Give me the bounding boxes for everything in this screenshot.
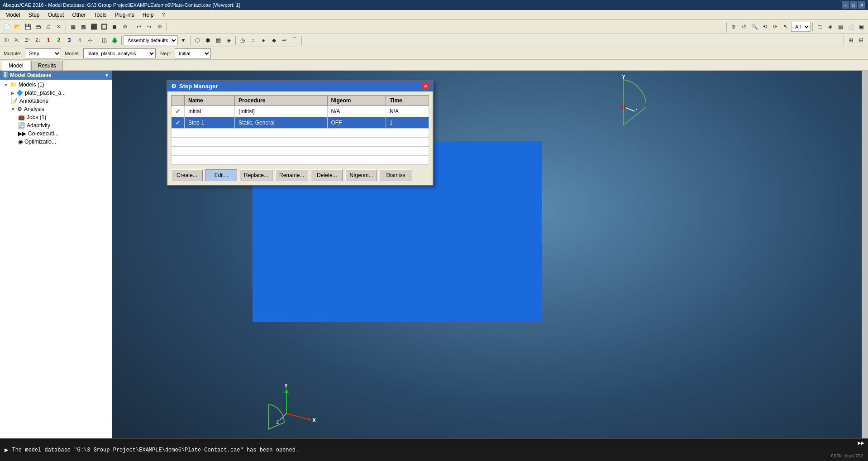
- sidebar-icon: 🗄: [3, 72, 8, 78]
- view3-btn[interactable]: 🔍: [749, 22, 759, 32]
- table-row-step1[interactable]: ✓ Step-1 Static, General OFF 1: [172, 117, 429, 129]
- sidebar-item-annotations[interactable]: 📝 Annotations: [0, 97, 112, 105]
- step-table: Name Procedure NIgeom Time ✓ Initial (In…: [171, 95, 429, 165]
- undo-btn[interactable]: ↩: [134, 22, 144, 32]
- 3d3-btn[interactable]: ▦: [213, 35, 223, 45]
- redo-btn[interactable]: ↪: [144, 22, 154, 32]
- arc-btn[interactable]: ◷: [238, 35, 248, 45]
- menu-output[interactable]: Output: [44, 11, 67, 19]
- arrow-btn[interactable]: ↩: [279, 35, 289, 45]
- curve-btn[interactable]: ⌒: [290, 35, 300, 45]
- tab-results[interactable]: Results: [31, 61, 63, 70]
- rename-button[interactable]: Rename...: [275, 169, 308, 181]
- toolbar-row-1: 📄 📂 💾 🗃 🖨 ✕ ▦ ▩ ⬛ 🔲 ◼ ⚙ ↩ ↪ ⚙ ⊕ ↺ 🔍 ⟲ ⟳ …: [0, 20, 868, 34]
- 3d4-btn[interactable]: ◈: [224, 35, 234, 45]
- sidebar-item-plate[interactable]: ▶ 🔷 plate_plastic_a...: [0, 89, 112, 97]
- render4-btn[interactable]: ⬜: [846, 22, 856, 32]
- sidebar-item-optimization[interactable]: ◉ Optimizatio...: [0, 138, 112, 146]
- render5-btn[interactable]: ▣: [856, 22, 866, 32]
- sidebar-item-adaptivity[interactable]: 🔄 Adaptivity: [0, 121, 112, 130]
- col-time: Time: [386, 96, 429, 106]
- tab-model[interactable]: Model: [2, 61, 30, 71]
- vp-btn[interactable]: ◫: [99, 35, 109, 45]
- sidebar-item-jobs[interactable]: 💼 Jobs (1): [0, 113, 112, 121]
- tools2-btn[interactable]: ⊟: [856, 35, 866, 45]
- num2-btn[interactable]: 2: [54, 35, 64, 45]
- create-button[interactable]: Create...: [171, 169, 203, 181]
- nigeom-button[interactable]: NIgeom...: [345, 169, 377, 181]
- cube3-btn[interactable]: ⬛: [89, 22, 99, 32]
- open-btn[interactable]: 📂: [12, 22, 22, 32]
- 3d2-btn[interactable]: ⬢: [203, 35, 213, 45]
- new-btn[interactable]: 📄: [2, 22, 12, 32]
- edit-button[interactable]: Edit...: [205, 169, 237, 181]
- settings-btn[interactable]: ⚙: [155, 22, 165, 32]
- assembly-icon-btn[interactable]: ▼: [178, 35, 188, 45]
- table-row-initial[interactable]: ✓ Initial (Initial) N/A N/A: [172, 106, 429, 117]
- gear-btn[interactable]: ⚙: [120, 22, 130, 32]
- menu-tools[interactable]: Tools: [90, 11, 110, 19]
- x2-btn[interactable]: X↓: [12, 35, 22, 45]
- sidebar-item-models[interactable]: ▼ 📁 Models (1): [0, 81, 112, 89]
- col-check: [172, 96, 185, 106]
- name-step1: Step-1: [185, 117, 235, 129]
- menu-model[interactable]: Model: [2, 11, 24, 19]
- maximize-button[interactable]: □: [850, 1, 857, 9]
- view4-btn[interactable]: ⟲: [760, 22, 770, 32]
- v-scrollbar[interactable]: [862, 71, 868, 448]
- render1-btn[interactable]: ◻: [815, 22, 825, 32]
- diamond-btn[interactable]: ◆: [269, 35, 279, 45]
- dismiss-button[interactable]: Dismiss: [380, 169, 411, 181]
- tools1-btn[interactable]: ⊞: [846, 35, 856, 45]
- z1-btn[interactable]: Z↑: [23, 35, 33, 45]
- circle-btn[interactable]: ○: [248, 35, 258, 45]
- view5-btn[interactable]: ⟳: [770, 22, 780, 32]
- sidebar-item-analysis[interactable]: ▼ ⚙ Analysis: [0, 105, 112, 113]
- replace-button[interactable]: Replace...: [240, 169, 272, 181]
- cube4-btn[interactable]: 🔲: [99, 22, 109, 32]
- render3-btn[interactable]: ▦: [835, 22, 845, 32]
- print-btn[interactable]: 🖨: [43, 22, 53, 32]
- save-as-btn[interactable]: 🗃: [33, 22, 43, 32]
- model-label: Model:: [65, 51, 80, 56]
- z2-btn[interactable]: Z↓: [33, 35, 43, 45]
- table-row-empty4: [172, 156, 429, 165]
- arc-shape-tr: [601, 71, 646, 130]
- delete-button[interactable]: Delete...: [311, 169, 343, 181]
- menu-help2[interactable]: ?: [158, 11, 168, 19]
- x-btn[interactable]: ✕: [54, 22, 64, 32]
- menu-other[interactable]: Other: [68, 11, 89, 19]
- num3-btn[interactable]: 3: [64, 35, 74, 45]
- num4-btn[interactable]: 4: [75, 35, 85, 45]
- menu-step[interactable]: Step: [25, 11, 43, 19]
- sep1: [66, 22, 66, 31]
- menu-plugins[interactable]: Plug-ins: [111, 11, 138, 19]
- module-select[interactable]: Step: [25, 48, 61, 58]
- cube2-btn[interactable]: ▩: [78, 22, 88, 32]
- cursor-btn[interactable]: ↖: [781, 22, 791, 32]
- dialog-close-button[interactable]: ✕: [422, 82, 429, 90]
- view1-btn[interactable]: ⊕: [729, 22, 739, 32]
- x1-btn[interactable]: X↑: [2, 35, 12, 45]
- viewport-container[interactable]: Y X Y X Z: [112, 71, 868, 461]
- dot-btn[interactable]: ●: [258, 35, 268, 45]
- model-select[interactable]: plate_plastic_analysis: [83, 48, 156, 58]
- close-button[interactable]: ✕: [858, 1, 865, 9]
- menu-help[interactable]: Help: [139, 11, 157, 19]
- sidebar-label-analysis: Analysis: [24, 106, 44, 112]
- 3d-btn[interactable]: ⬡: [192, 35, 202, 45]
- minimize-button[interactable]: ─: [842, 1, 849, 9]
- cube1-btn[interactable]: ▦: [68, 22, 78, 32]
- save-btn[interactable]: 💾: [23, 22, 33, 32]
- expand-btn[interactable]: ▶▶: [858, 440, 864, 447]
- view2-btn[interactable]: ↺: [739, 22, 749, 32]
- step-select[interactable]: Initial: [175, 48, 211, 58]
- sidebar-item-coexecution[interactable]: ▶▶ Co-executi...: [0, 130, 112, 138]
- render2-btn[interactable]: ◈: [825, 22, 835, 32]
- select-all[interactable]: All: [791, 22, 811, 32]
- datum-btn[interactable]: ⊹: [85, 35, 95, 45]
- assembly-defaults-select[interactable]: Assembly defaults: [124, 35, 178, 45]
- num1-btn[interactable]: 1: [43, 35, 53, 45]
- cube5-btn[interactable]: ◼: [110, 22, 119, 32]
- tree-btn[interactable]: 🌲: [110, 35, 119, 45]
